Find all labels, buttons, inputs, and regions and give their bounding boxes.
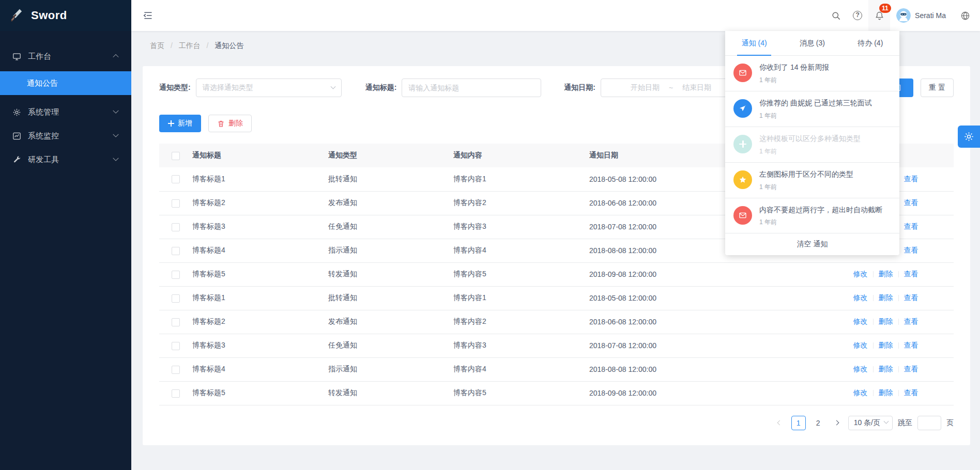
chevron-down-icon bbox=[113, 108, 118, 114]
edit-link[interactable]: 修改 bbox=[853, 388, 868, 397]
breadcrumb-home[interactable]: 首页 bbox=[150, 41, 164, 50]
row-checkbox[interactable] bbox=[172, 199, 180, 208]
cell-title: 博客标题4 bbox=[192, 357, 328, 381]
sidebar-item-dev-tools[interactable]: 研发工具 bbox=[0, 148, 131, 171]
theme-settings-button[interactable] bbox=[958, 126, 980, 148]
search-icon[interactable] bbox=[825, 0, 847, 31]
sidebar-item-label: 系统管理 bbox=[28, 107, 59, 117]
row-checkbox[interactable] bbox=[172, 342, 180, 350]
notification-item[interactable]: 这种模板可以区分多种通知类型 1 年前 bbox=[725, 127, 899, 163]
breadcrumb-workbench[interactable]: 工作台 bbox=[179, 41, 201, 50]
cell-type: 批转通知 bbox=[328, 167, 453, 191]
cell-type: 发布通知 bbox=[328, 310, 453, 334]
view-link[interactable]: 查看 bbox=[904, 365, 918, 373]
row-checkbox[interactable] bbox=[172, 294, 180, 303]
reset-button[interactable]: 重 置 bbox=[921, 79, 954, 97]
sidebar-item-system-monitor[interactable]: 系统监控 bbox=[0, 124, 131, 148]
view-link[interactable]: 查看 bbox=[904, 317, 918, 325]
delete-link[interactable]: 删除 bbox=[879, 293, 893, 302]
edit-link[interactable]: 修改 bbox=[853, 317, 868, 325]
view-link[interactable]: 查看 bbox=[904, 198, 918, 207]
notification-bell-button[interactable]: 11 bbox=[868, 0, 890, 31]
sidebar-item-workbench[interactable]: 工作台 bbox=[0, 44, 131, 68]
sidebar-item-notice[interactable]: 通知公告 bbox=[0, 71, 131, 95]
row-checkbox[interactable] bbox=[172, 389, 180, 398]
delete-link[interactable]: 删除 bbox=[879, 341, 893, 349]
tab-notifications[interactable]: 通知 (4) bbox=[725, 31, 783, 55]
notification-time: 1 年前 bbox=[759, 183, 853, 192]
notification-item[interactable]: 左侧图标用于区分不同的类型 1 年前 bbox=[725, 163, 899, 198]
view-link[interactable]: 查看 bbox=[904, 175, 918, 183]
view-link[interactable]: 查看 bbox=[904, 388, 918, 397]
menu-fold-icon[interactable] bbox=[143, 11, 153, 20]
notification-item[interactable]: 你推荐的 曲妮妮 已通过第三轮面试 1 年前 bbox=[725, 91, 899, 127]
user-name[interactable]: Serati Ma bbox=[915, 11, 946, 20]
add-button[interactable]: 新增 bbox=[159, 115, 201, 132]
plus-icon bbox=[733, 135, 752, 153]
pagination-prev-icon[interactable] bbox=[774, 417, 786, 429]
jump-page-input[interactable] bbox=[917, 416, 941, 430]
notification-time: 1 年前 bbox=[759, 147, 861, 156]
sidebar-item-system-admin[interactable]: 系统管理 bbox=[0, 100, 131, 124]
delete-link[interactable]: 删除 bbox=[879, 388, 893, 397]
table-row: 博客标题5 转发通知 博客内容5 2018-09-08 12:00:00 修改删… bbox=[159, 381, 954, 405]
chevron-down-icon bbox=[884, 419, 889, 424]
delete-link[interactable]: 删除 bbox=[879, 270, 893, 278]
delete-button-label: 删除 bbox=[228, 119, 243, 128]
pagination-page-2[interactable]: 2 bbox=[811, 416, 825, 430]
cell-type: 转发通知 bbox=[328, 262, 453, 286]
tab-messages[interactable]: 消息 (3) bbox=[783, 31, 841, 55]
sword-logo-icon bbox=[10, 9, 24, 22]
wrench-icon bbox=[12, 155, 21, 164]
view-link[interactable]: 查看 bbox=[904, 293, 918, 302]
notification-item[interactable]: 你收到了 14 份新周报 1 年前 bbox=[725, 56, 899, 91]
row-checkbox[interactable] bbox=[172, 247, 180, 255]
help-icon[interactable]: ? bbox=[847, 0, 868, 31]
view-link[interactable]: 查看 bbox=[904, 270, 918, 278]
cell-title: 博客标题1 bbox=[192, 167, 328, 191]
edit-link[interactable]: 修改 bbox=[853, 293, 868, 302]
notice-title-input[interactable] bbox=[402, 79, 541, 97]
sidebar-item-label: 工作台 bbox=[28, 52, 51, 61]
cell-content: 博客内容4 bbox=[453, 357, 589, 381]
delete-link[interactable]: 删除 bbox=[879, 365, 893, 373]
pagination-page-1[interactable]: 1 bbox=[791, 416, 806, 430]
col-header-title: 通知标题 bbox=[192, 144, 328, 167]
edit-link[interactable]: 修改 bbox=[853, 270, 868, 278]
row-checkbox[interactable] bbox=[172, 318, 180, 326]
view-link[interactable]: 查看 bbox=[904, 246, 918, 254]
select-all-checkbox[interactable] bbox=[172, 152, 180, 160]
notice-type-select[interactable]: 请选择通知类型 bbox=[196, 79, 342, 97]
row-checkbox[interactable] bbox=[172, 366, 180, 374]
sidebar: Sword 工作台 通知公告 系统管理 bbox=[0, 0, 131, 470]
edit-link[interactable]: 修改 bbox=[853, 365, 868, 373]
notification-count-badge: 11 bbox=[879, 4, 891, 13]
notification-title: 你收到了 14 份新周报 bbox=[759, 62, 829, 72]
notification-dropdown: 通知 (4) 消息 (3) 待办 (4) 你收到了 14 份新周报 1 年前 你… bbox=[725, 31, 899, 255]
language-globe-icon[interactable] bbox=[954, 0, 976, 31]
row-checkbox[interactable] bbox=[172, 223, 180, 231]
view-link[interactable]: 查看 bbox=[904, 222, 918, 230]
row-checkbox[interactable] bbox=[172, 175, 180, 183]
col-header-content: 通知内容 bbox=[453, 144, 589, 167]
app-logo[interactable]: Sword bbox=[0, 0, 131, 31]
cell-type: 任免通知 bbox=[328, 334, 453, 357]
delete-link[interactable]: 删除 bbox=[879, 317, 893, 325]
pagination-next-icon[interactable] bbox=[831, 417, 843, 429]
page-unit-label: 页 bbox=[946, 418, 954, 428]
notification-title: 内容不要超过两行字，超出时自动截断 bbox=[759, 205, 882, 215]
page-size-select[interactable]: 10 条/页 bbox=[848, 416, 893, 430]
view-link[interactable]: 查看 bbox=[904, 341, 918, 349]
clear-notifications-button[interactable]: 清空 通知 bbox=[725, 233, 899, 255]
notification-item[interactable]: 内容不要超过两行字，超出时自动截断 1 年前 bbox=[725, 198, 899, 234]
breadcrumb-separator: / bbox=[171, 41, 173, 50]
chevron-down-icon bbox=[330, 84, 335, 89]
sidebar-item-label: 研发工具 bbox=[28, 155, 59, 165]
row-checkbox[interactable] bbox=[172, 271, 180, 279]
notice-date-range-picker[interactable]: 开始日期 ~ 结束日期 bbox=[601, 79, 741, 97]
delete-button[interactable]: 删除 bbox=[208, 115, 252, 132]
tab-todos[interactable]: 待办 (4) bbox=[841, 31, 899, 55]
edit-link[interactable]: 修改 bbox=[853, 341, 868, 349]
cell-content: 博客内容3 bbox=[453, 334, 589, 357]
user-avatar[interactable] bbox=[896, 8, 911, 23]
